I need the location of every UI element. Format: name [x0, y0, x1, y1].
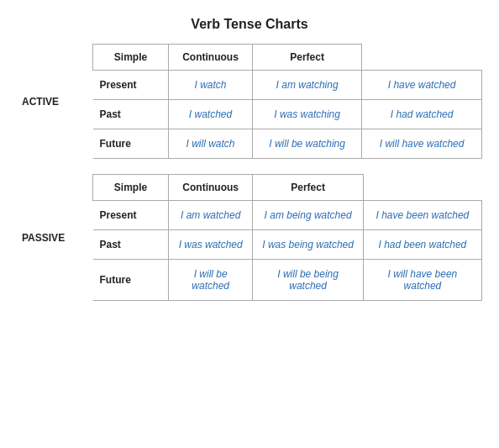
passive-header-perfect: Perfect — [253, 175, 363, 201]
passive-row-past: PastI was watchedI was being watchedI ha… — [93, 230, 482, 260]
passive-cell-2-0: I will be watched — [169, 260, 253, 301]
active-header-simple: Simple — [93, 45, 169, 71]
passive-row-present: PresentI am watchedI am being watchedI h… — [93, 201, 482, 230]
passive-cell-2-2: I will have been watched — [363, 260, 481, 301]
passive-table: Simple Continuous Perfect PresentI am wa… — [92, 174, 482, 301]
active-cell-0-1: I am watching — [253, 71, 362, 100]
page-title: Verb Tense Charts — [17, 17, 482, 32]
active-header-perfect: Perfect — [253, 45, 362, 71]
passive-header-simple: Simple — [93, 175, 169, 201]
active-cell-2-1: I will be watching — [253, 129, 362, 159]
active-row-label-1: Past — [93, 100, 169, 129]
passive-row-label-0: Present — [93, 201, 169, 230]
active-cell-0-2: I have watched — [362, 71, 482, 100]
active-label: ACTIVE — [17, 44, 92, 159]
passive-cell-2-1: I will be being watched — [253, 260, 363, 301]
active-row-future: FutureI will watchI will be watchingI wi… — [93, 129, 482, 159]
active-cell-0-0: I watch — [169, 71, 253, 100]
active-cell-1-1: I was watching — [253, 100, 362, 129]
active-row-past: PastI watchedI was watchingI had watched — [93, 100, 482, 129]
passive-cell-0-1: I am being watched — [253, 201, 363, 230]
passive-row-future: FutureI will be watchedI will be being w… — [93, 260, 482, 301]
passive-header-continuous: Continuous — [169, 175, 253, 201]
passive-cell-1-2: I had been watched — [363, 230, 481, 260]
passive-label: PASSIVE — [17, 174, 92, 301]
active-row-label-0: Present — [93, 71, 169, 100]
active-row-present: PresentI watchI am watchingI have watche… — [93, 71, 482, 100]
active-table: Simple Continuous Perfect PresentI watch… — [92, 44, 482, 159]
active-section: ACTIVE Simple Continuous Perfect Present… — [17, 44, 482, 159]
active-cell-2-2: I will have watched — [362, 129, 482, 159]
passive-section: PASSIVE Simple Continuous Perfect Presen… — [17, 174, 482, 301]
passive-row-label-2: Future — [93, 260, 169, 301]
active-cell-1-2: I had watched — [362, 100, 482, 129]
passive-cell-1-0: I was watched — [169, 230, 253, 260]
passive-cell-0-2: I have been watched — [363, 201, 481, 230]
passive-row-label-1: Past — [93, 230, 169, 260]
active-cell-1-0: I watched — [169, 100, 253, 129]
active-cell-2-0: I will watch — [169, 129, 253, 159]
active-row-label-2: Future — [93, 129, 169, 159]
passive-cell-1-1: I was being watched — [253, 230, 363, 260]
passive-cell-0-0: I am watched — [169, 201, 253, 230]
active-header-continuous: Continuous — [169, 45, 253, 71]
